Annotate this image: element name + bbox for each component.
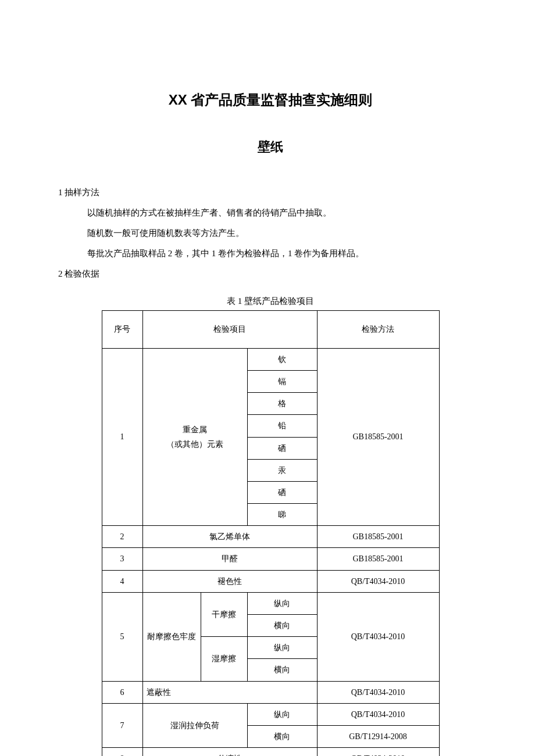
cell-method: QB/T4034-2010 [317,592,439,681]
table-row: 7 湿润拉伸负荷 纵向 QB/T4034-2010 [102,703,439,725]
cell-method: GB18585-2001 [317,548,439,570]
table-row: 2 氯乙烯单体 GB18585-2001 [102,526,439,548]
cell-subitem: 汞 [247,459,317,481]
section-1-head: 1 抽样方法 [58,185,483,200]
cell-item: 重金属 （或其他）元素 [142,348,247,526]
th-item: 检验项目 [142,310,317,348]
th-method: 检验方法 [317,310,439,348]
cell-method: GB18585-2001 [317,348,439,526]
doc-subtitle: 壁纸 [58,135,483,159]
cell-method: GB/T12914-2008 [317,725,439,747]
cell-method: QB/T4034-2010 [317,703,439,725]
cell-direction: 横向 [247,615,317,637]
table-row: 3 甲醛 GB18585-2001 [102,548,439,570]
cell-index: 5 [102,592,142,681]
section-1-para-3: 每批次产品抽取样品 2 卷，其中 1 卷作为检验样品，1 卷作为备用样品。 [58,246,483,261]
cell-item: 伸缩性 [142,748,317,756]
section-2-head: 2 检验依据 [58,266,483,282]
cell-direction: 纵向 [247,703,317,725]
table-caption: 表 1 壁纸产品检验项目 [58,293,483,309]
cell-index: 7 [102,703,142,747]
cell-direction: 纵向 [247,592,317,614]
cell-item-group: 耐摩擦色牢度 [142,592,201,681]
cell-item: 甲醛 [142,548,317,570]
cell-index: 4 [102,570,142,592]
cell-subitem: 硒 [247,481,317,503]
cell-item: 氯乙烯单体 [142,526,317,548]
cell-subitem: 硒 [247,437,317,459]
cell-subitem: 格 [247,393,317,415]
document-page: XX 省产品质量监督抽查实施细则 壁纸 1 抽样方法 以随机抽样的方式在被抽样生… [0,0,535,756]
cell-index: 8 [102,748,142,756]
table-header-row: 序号 检验项目 检验方法 [102,310,439,348]
table-row: 1 重金属 （或其他）元素 钦 GB18585-2001 [102,348,439,370]
cell-subitem: 镉 [247,370,317,392]
cell-index: 2 [102,526,142,548]
section-1-para-1: 以随机抽样的方式在被抽样生产者、销售者的待销产品中抽取。 [58,205,483,221]
cell-direction: 纵向 [247,637,317,659]
cell-method: QB/T4034-2010 [317,681,439,703]
cell-item: 遮蔽性 [142,681,317,703]
doc-title: XX 省产品质量监督抽查实施细则 [58,87,483,112]
cell-subgroup: 干摩擦 [201,592,247,636]
table-row: 4 褪色性 QB/T4034-2010 [102,570,439,592]
cell-item: 褪色性 [142,570,317,592]
cell-direction: 横向 [247,725,317,747]
cell-subgroup: 湿摩擦 [201,637,247,681]
inspection-table: 序号 检验项目 检验方法 1 重金属 （或其他）元素 钦 GB18585-200… [102,310,440,756]
cell-subitem: 睇 [247,504,317,526]
cell-index: 1 [102,348,142,526]
cell-subitem: 铅 [247,415,317,437]
cell-subitem: 钦 [247,348,317,370]
table-row: 8 伸缩性 QB/T4034-2010 [102,748,439,756]
cell-item: 湿润拉伸负荷 [142,703,247,747]
section-1-para-2: 随机数一般可使用随机数表等方法产生。 [58,225,483,241]
cell-index: 6 [102,681,142,703]
cell-direction: 横向 [247,659,317,681]
table-row: 5 耐摩擦色牢度 干摩擦 纵向 QB/T4034-2010 [102,592,439,614]
th-index: 序号 [102,310,142,348]
item-line1: 重金属 [183,425,207,434]
item-line2: （或其他）元素 [166,440,223,449]
cell-index: 3 [102,548,142,570]
cell-method: QB/T4034-2010 [317,570,439,592]
cell-method: GB18585-2001 [317,526,439,548]
table-row: 6 遮蔽性 QB/T4034-2010 [102,681,439,703]
cell-method: QB/T4034-2010 [317,748,439,756]
